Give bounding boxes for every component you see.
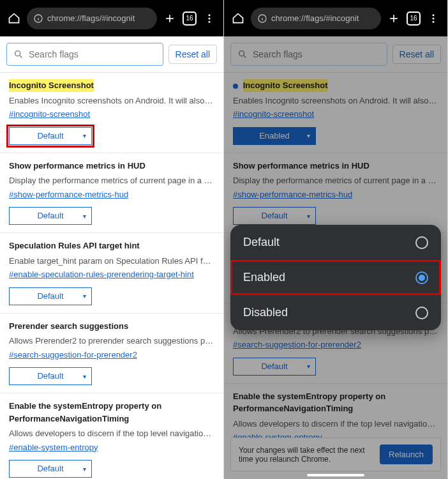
svg-point-5 [209,14,211,16]
radio-icon [415,271,428,284]
chevron-down-icon: ▾ [83,291,86,301]
search-row: Search flags Reset all [0,36,223,73]
flag-title: Incognito Screenshot [9,79,94,92]
flag-description: Enables Incognito screenshots on Android… [9,95,214,107]
svg-point-16 [433,17,435,19]
flag-dropdown[interactable]: Default ▾ [9,287,92,305]
svg-point-15 [433,14,435,16]
flag-speculation-rules: Speculation Rules API target hint Enable… [0,233,223,314]
flag-anchor-link[interactable]: #search-suggestion-for-prerender2 [9,349,137,361]
flag-title: Show performance metrics in HUD [9,160,146,172]
flag-anchor-link[interactable]: #enable-system-entropy [9,441,98,454]
new-tab-icon[interactable] [162,12,177,25]
flag-system-entropy: Enable the systemEntropy property on Per… [0,393,223,479]
url-text: chrome://flags/#incognit [47,13,135,23]
flags-page: Search flags Reset all Incognito Screens… [224,36,447,479]
gesture-bar [307,474,364,476]
flag-title: Prerender search suggestions [9,320,128,333]
flag-dropdown[interactable]: Default ▾ [9,207,92,225]
search-placeholder: Search flags [29,49,78,59]
flag-description: Allows Prerender2 to prerender search su… [9,335,214,347]
svg-point-8 [15,51,20,56]
option-default[interactable]: Default [230,225,441,260]
left-screenshot: chrome://flags/#incognit 16 Search flags… [0,0,224,479]
flag-incognito-screenshot: Incognito Screenshot Enables Incognito s… [0,73,223,153]
svg-point-17 [433,20,435,22]
site-info-icon[interactable] [257,13,267,24]
search-input[interactable]: Search flags [6,43,163,66]
new-tab-icon[interactable] [386,12,401,25]
address-bar[interactable]: chrome://flags/#incognit [251,8,381,29]
site-info-icon[interactable] [33,13,43,24]
svg-point-7 [209,20,211,22]
flag-performance-hud: Show performance metrics in HUD Display … [0,153,223,234]
home-icon[interactable] [6,12,22,25]
chevron-down-icon: ▾ [83,372,86,381]
flag-title: Speculation Rules API target hint [9,240,140,252]
flag-description: Allows developers to discern if the top … [9,427,214,440]
flag-title: Enable the systemEntropy property on Per… [9,400,214,425]
overflow-menu-icon[interactable] [202,13,217,24]
home-icon[interactable] [230,12,246,25]
right-screenshot: chrome://flags/#incognit 16 Search flags… [224,0,448,479]
chevron-down-icon: ▾ [83,464,86,474]
flag-anchor-link[interactable]: #incognito-screenshot [9,108,90,121]
flag-prerender-search: Prerender search suggestions Allows Prer… [0,314,223,394]
browser-toolbar: chrome://flags/#incognit 16 [0,0,223,36]
flags-page: Search flags Reset all Incognito Screens… [0,36,223,479]
url-text: chrome://flags/#incognit [271,13,359,23]
flag-dropdown[interactable]: Default ▾ [9,367,92,385]
flag-anchor-link[interactable]: #show-performance-metrics-hud [9,188,128,201]
svg-point-6 [209,17,211,19]
address-bar[interactable]: chrome://flags/#incognit [27,8,157,29]
option-disabled[interactable]: Disabled [230,295,441,330]
radio-icon [415,307,428,319]
flag-description: Enable target_hint param on Speculation … [9,255,214,268]
option-enabled[interactable]: Enabled [230,260,441,295]
radio-icon [415,236,428,249]
flag-dropdown[interactable]: Default ▾ [9,460,92,478]
flag-description: Display the performance metrics of curre… [9,174,214,187]
overflow-menu-icon[interactable] [426,13,441,24]
flag-anchor-link[interactable]: #enable-speculation-rules-prerendering-t… [9,268,194,281]
tab-switcher[interactable]: 16 [183,11,197,26]
chevron-down-icon: ▾ [83,131,86,141]
dropdown-popup: Default Enabled Disabled [230,225,441,330]
browser-toolbar: chrome://flags/#incognit 16 [224,0,447,36]
svg-line-9 [20,56,22,57]
reset-all-button[interactable]: Reset all [168,45,217,64]
chevron-down-icon: ▾ [83,211,86,221]
flag-dropdown[interactable]: Default ▾ [9,127,92,145]
search-icon [13,49,24,59]
tab-switcher[interactable]: 16 [407,11,421,26]
